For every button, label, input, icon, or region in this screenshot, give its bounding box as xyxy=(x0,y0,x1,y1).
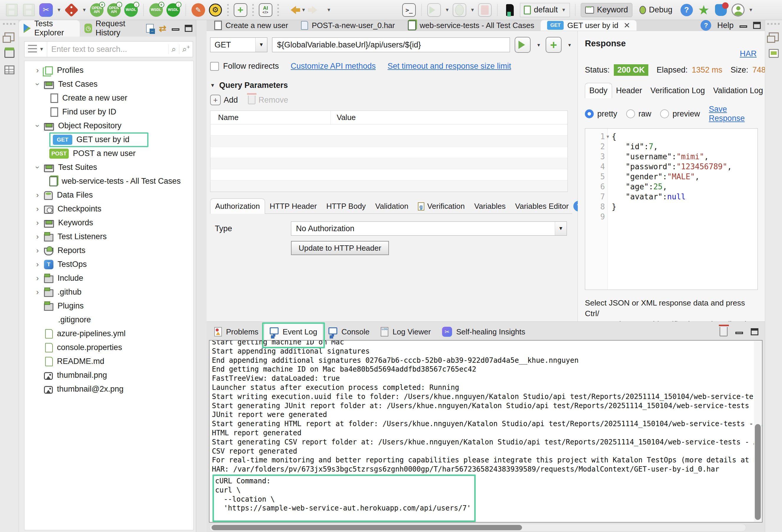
customize-api-methods-link[interactable]: Customize API methods xyxy=(291,62,376,71)
tree-item[interactable]: ›Test Suites xyxy=(25,160,193,174)
tree-item[interactable]: console.properties xyxy=(25,341,193,354)
event-log-view[interactable]: Start getting machine ID on MacStart app… xyxy=(209,340,762,523)
method-select[interactable]: GET ▼ xyxy=(210,37,268,52)
tab-log-viewer[interactable]: LOGLog Viewer xyxy=(376,324,436,340)
tree-item[interactable]: web-service-tests - All Test Cases xyxy=(25,174,193,188)
tree-item[interactable]: ›Data Files xyxy=(25,188,193,202)
tree-item[interactable]: thumbnail@2x.png xyxy=(25,382,193,396)
search-input[interactable] xyxy=(47,42,168,57)
minimize-icon[interactable] xyxy=(172,28,179,31)
har-link[interactable]: HAR xyxy=(740,49,757,59)
search-icon[interactable]: ⌕ xyxy=(168,44,179,54)
dropdown-caret-icon[interactable]: ▼ xyxy=(445,7,450,13)
tab-event-log[interactable]: Event Log xyxy=(264,324,323,340)
editor-tab[interactable]: GETGET user by id✕ xyxy=(541,20,637,31)
tree-item[interactable]: .gitignore xyxy=(25,313,193,327)
restore-panel-icon[interactable] xyxy=(4,32,14,41)
response-body-viewer[interactable]: 1▼23456789 { "id":7, "username":"mimi", … xyxy=(585,128,758,290)
chevron-down-icon[interactable]: › xyxy=(33,161,42,174)
dropdown-caret-icon[interactable]: ▼ xyxy=(327,7,331,13)
drag-handle[interactable] xyxy=(3,23,16,25)
drag-handle[interactable] xyxy=(767,23,780,25)
tree-item[interactable]: Create a new user xyxy=(25,91,193,105)
chevron-right-icon[interactable]: › xyxy=(31,288,44,297)
scrollbar-thumb[interactable] xyxy=(212,525,522,530)
tree-item[interactable]: README.md xyxy=(25,354,193,368)
back-icon[interactable] xyxy=(284,3,298,17)
advanced-search-icon[interactable]: ⌕⁺ xyxy=(179,44,193,54)
debug-mode-button[interactable]: Debug xyxy=(635,3,677,17)
table-row[interactable] xyxy=(210,124,567,136)
maximize-icon[interactable] xyxy=(185,25,192,32)
update-to-http-header-button[interactable]: Update to HTTP Header xyxy=(291,241,389,255)
tree-item[interactable]: thumbnail.png xyxy=(25,368,193,382)
tree-item[interactable]: Plugins xyxy=(25,299,193,313)
chevron-right-icon[interactable]: › xyxy=(31,218,44,227)
tree-item[interactable]: ›Profiles xyxy=(25,64,193,77)
favorites-icon[interactable]: ★ xyxy=(697,3,711,17)
chevron-right-icon[interactable]: › xyxy=(31,274,44,283)
profile-select[interactable]: default▼ xyxy=(520,3,570,17)
tab-http-header[interactable]: HTTP Header xyxy=(265,199,322,214)
export-openapi-icon[interactable]: OPEN API↓ xyxy=(107,3,121,17)
tree-item[interactable]: ›.github xyxy=(25,285,193,299)
new-item-icon[interactable]: + xyxy=(234,3,248,17)
authorization-type-select[interactable]: No Authorization ▼ xyxy=(291,222,567,236)
dropdown-caret-icon[interactable]: ▼ xyxy=(749,7,753,13)
add-request-button[interactable]: + xyxy=(546,37,562,53)
response-tab-validation-log[interactable]: Validation Log xyxy=(709,83,765,98)
export-wsdl-icon[interactable]: WSDL↓ xyxy=(166,3,180,17)
minimize-icon[interactable] xyxy=(740,25,747,28)
tab-verification[interactable]: gVerification xyxy=(413,199,469,214)
chevron-right-icon[interactable]: › xyxy=(31,191,44,200)
table-row[interactable] xyxy=(210,147,567,158)
chevron-down-icon[interactable]: › xyxy=(33,119,42,132)
filter-caret-icon[interactable]: ▼ xyxy=(39,47,44,52)
chevron-right-icon[interactable]: › xyxy=(31,260,44,269)
maximize-icon[interactable] xyxy=(751,328,758,335)
tab-problems[interactable]: Problems xyxy=(209,324,264,340)
tree-item[interactable]: azure-pipelines.yml xyxy=(25,327,193,341)
column-header-name[interactable]: Name xyxy=(210,111,331,124)
tree-item[interactable]: ›Checkpoints xyxy=(25,202,193,216)
clear-log-icon[interactable] xyxy=(719,327,728,337)
close-icon[interactable]: ✕ xyxy=(624,21,630,30)
collapse-all-icon[interactable] xyxy=(146,24,154,33)
dropdown-caret-icon[interactable]: ▼ xyxy=(57,7,61,13)
tab-validation[interactable]: Validation xyxy=(370,199,413,214)
tab-tests-explorer[interactable]: Tests Explorer xyxy=(19,20,80,37)
ai-code-icon[interactable]: AI</> xyxy=(258,3,273,17)
account-icon[interactable] xyxy=(731,3,745,17)
response-tab-body[interactable]: Body xyxy=(585,83,612,98)
query-parameters-table[interactable]: Name Value xyxy=(210,111,568,192)
response-tab-verification-log[interactable]: Verification Log xyxy=(646,83,709,98)
view-mode-raw[interactable]: raw xyxy=(626,109,651,119)
tree-item[interactable]: ›TTestOps xyxy=(25,258,193,271)
fold-caret-icon[interactable]: ▼ xyxy=(607,131,609,142)
add-parameter-button[interactable]: + Add xyxy=(210,94,238,105)
minimize-icon[interactable] xyxy=(735,332,743,334)
chevron-right-icon[interactable]: › xyxy=(31,232,44,241)
maximize-icon[interactable] xyxy=(753,22,761,29)
table-row[interactable] xyxy=(210,158,567,169)
tab-http-body[interactable]: HTTP Body xyxy=(322,199,370,214)
tree-item[interactable]: ›Keywords xyxy=(25,216,193,230)
column-header-value[interactable]: Value xyxy=(331,113,567,122)
tab-console[interactable]: Console xyxy=(323,324,375,340)
set-timeout-link[interactable]: Set timeout and response size limit xyxy=(387,62,511,71)
data-grid-icon[interactable] xyxy=(4,66,14,74)
editor-tab[interactable]: POST-a-new-user_0.har xyxy=(294,20,401,31)
import-openapi-icon[interactable]: OPEN API+ xyxy=(90,3,104,17)
response-tab-header[interactable]: Header xyxy=(612,83,646,98)
tree-item[interactable]: ›Object Repository xyxy=(25,119,193,133)
tab-self-healing-insights[interactable]: ✂Self-healing Insights xyxy=(437,324,531,340)
add-options-caret-icon[interactable]: ▼ xyxy=(567,42,572,47)
url-input[interactable]: ${GlobalVariable.baseUrl}/api/users/${id… xyxy=(272,37,510,52)
remove-parameter-button[interactable]: Remove xyxy=(248,96,288,105)
follow-redirects-checkbox[interactable] xyxy=(210,62,219,71)
import-wadl-icon[interactable]: WADL↓ xyxy=(124,3,138,17)
chevron-down-icon[interactable]: › xyxy=(33,78,42,91)
vertical-scrollbar[interactable] xyxy=(754,341,761,522)
job-progress-icon[interactable] xyxy=(769,49,779,58)
link-with-editor-icon[interactable]: ⇄ xyxy=(159,23,167,34)
